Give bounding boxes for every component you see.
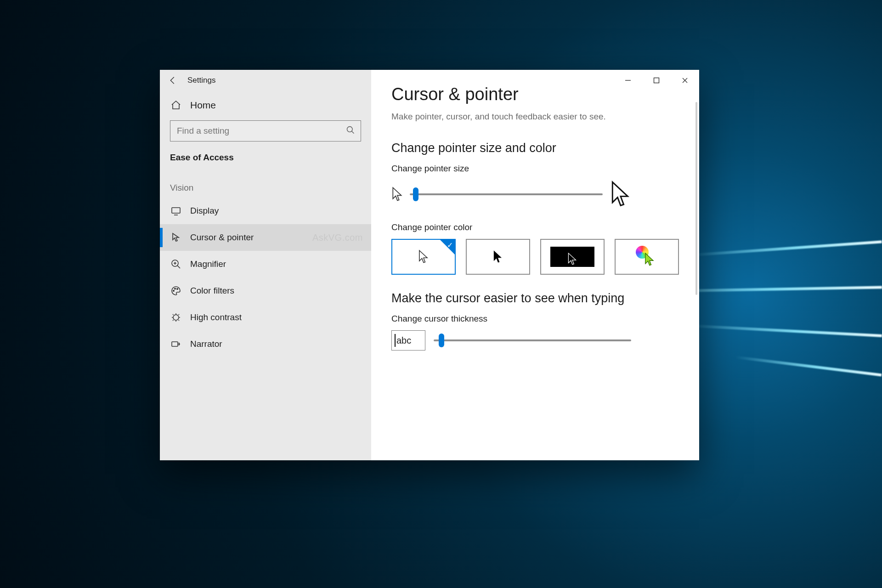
app-title: Settings: [187, 76, 215, 85]
sidebar-item-narrator[interactable]: Narrator: [160, 331, 371, 357]
magnifier-icon: [170, 258, 182, 270]
cursor-thickness-sample: abc: [396, 335, 411, 346]
minimize-button[interactable]: [614, 70, 642, 91]
pointer-color-white[interactable]: ✓: [391, 239, 456, 275]
pointer-size-slider[interactable]: [410, 187, 603, 201]
back-button[interactable]: [166, 74, 179, 87]
svg-rect-7: [172, 342, 178, 346]
caret-icon: [395, 334, 396, 347]
window-controls: [614, 70, 699, 91]
search-wrap: [160, 116, 371, 144]
watermark: AskVG.com: [312, 232, 363, 243]
search-icon: [346, 125, 355, 136]
cursor-large-icon: [609, 180, 632, 209]
cursor-small-icon: [391, 187, 403, 202]
pointer-size-row: [391, 180, 679, 209]
titlebar: Settings: [160, 70, 371, 91]
cursor-thickness-row: abc: [391, 330, 679, 351]
home-icon: [170, 99, 182, 111]
maximize-button[interactable]: [642, 70, 671, 91]
scrollbar[interactable]: [695, 102, 697, 295]
pointer-color-inverted[interactable]: [540, 239, 605, 275]
nav-list: Display Cursor & pointer AskVG.com Magni…: [160, 198, 371, 357]
sidebar-item-label: Cursor & pointer: [190, 232, 254, 243]
palette-icon: [170, 285, 182, 297]
display-icon: [170, 205, 182, 217]
pointer-size-label: Change pointer size: [391, 164, 679, 174]
sidebar: Settings Home Ease of Access Vision: [160, 70, 371, 460]
sidebar-item-label: Color filters: [190, 286, 234, 296]
svg-rect-8: [654, 78, 659, 83]
section-label: Ease of Access: [160, 144, 371, 164]
pointer-color-tiles: ✓: [391, 239, 679, 275]
sidebar-item-home[interactable]: Home: [160, 91, 371, 116]
page-subtitle: Make pointer, cursor, and touch feedback…: [391, 112, 679, 122]
content-pane: Cursor & pointer Make pointer, cursor, a…: [371, 70, 699, 460]
sidebar-item-high-contrast[interactable]: High contrast: [160, 304, 371, 331]
cursor-thickness-slider[interactable]: [434, 334, 631, 347]
sidebar-item-label: High contrast: [190, 312, 242, 322]
settings-window: Settings Home Ease of Access Vision: [160, 70, 699, 460]
section-cursor-typing: Make the cursor easier to see when typin…: [391, 291, 679, 305]
sidebar-item-label: Narrator: [190, 339, 222, 349]
search-input[interactable]: [170, 121, 361, 141]
pointer-color-black[interactable]: [466, 239, 530, 275]
sidebar-item-magnifier[interactable]: Magnifier: [160, 251, 371, 277]
svg-point-3: [173, 290, 174, 291]
svg-point-5: [177, 288, 178, 289]
svg-point-4: [175, 288, 175, 289]
sidebar-item-label: Magnifier: [190, 259, 226, 269]
search-box[interactable]: [170, 120, 361, 141]
sidebar-item-label: Display: [190, 206, 219, 216]
cursor-thickness-label: Change cursor thickness: [391, 314, 679, 324]
group-label: Vision: [160, 164, 371, 198]
svg-point-6: [173, 315, 179, 320]
contrast-icon: [170, 311, 182, 323]
sidebar-item-color-filters[interactable]: Color filters: [160, 277, 371, 304]
home-label: Home: [190, 100, 216, 111]
svg-point-0: [347, 127, 353, 132]
cursor-icon: [170, 232, 182, 243]
sidebar-item-display[interactable]: Display: [160, 198, 371, 224]
svg-rect-1: [172, 208, 180, 213]
narrator-icon: [170, 338, 182, 350]
sidebar-item-cursor-pointer[interactable]: Cursor & pointer AskVG.com: [160, 224, 371, 251]
section-pointer-size-color: Change pointer size and color: [391, 141, 679, 155]
pointer-color-custom[interactable]: [615, 239, 679, 275]
pointer-color-label: Change pointer color: [391, 222, 679, 232]
close-button[interactable]: [671, 70, 699, 91]
cursor-thickness-preview: abc: [391, 330, 425, 351]
